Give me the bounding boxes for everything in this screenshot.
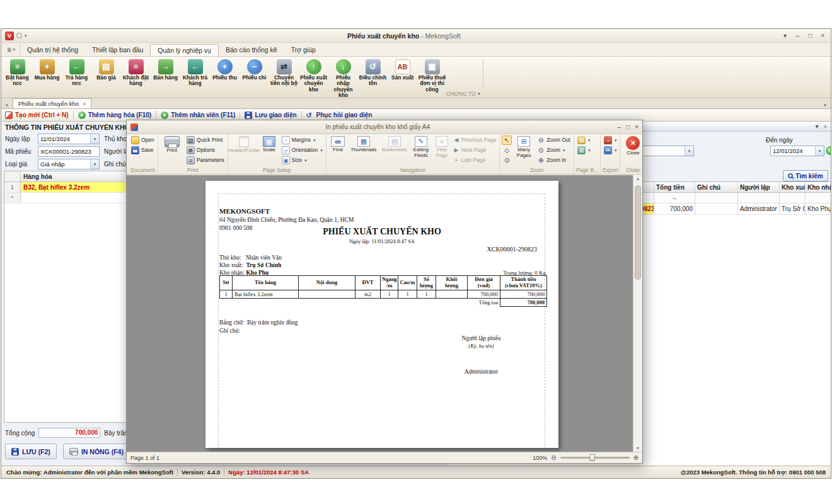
chevron-down-icon[interactable]: [90, 134, 99, 144]
ribbon-mua-hang[interactable]: Mua hàng: [32, 58, 62, 100]
refresh-icon[interactable]: [826, 146, 831, 155]
menu-grid-icon[interactable]: ≣▾: [3, 43, 20, 56]
loai-gia-combo[interactable]: Giá nhập: [38, 159, 100, 169]
ribbon-san-xuat[interactable]: Sản xuất: [388, 58, 417, 100]
ribbon-dieu-chinh-ton[interactable]: Điều chỉnh tồn: [358, 58, 388, 100]
zoom-slider-thumb[interactable]: [589, 454, 595, 461]
chevron-down-icon[interactable]: [815, 146, 824, 156]
tabbar-close-icon[interactable]: ×: [1, 102, 13, 108]
column-ghi-chu[interactable]: Ghi chú: [695, 182, 738, 192]
ribbon-dat-hang-ncc[interactable]: Đặt hàng ncc: [3, 58, 32, 100]
save-layout-button[interactable]: Lưu giao diện: [245, 112, 296, 119]
tab-bao-cao-thong-ke[interactable]: Báo cáo thống kê: [219, 43, 284, 56]
column-kho-xuat[interactable]: Kho xuất: [780, 182, 806, 192]
ribbon-ban-hang[interactable]: Bán hàng: [151, 58, 180, 100]
dialog-minimize-button[interactable]: –: [618, 123, 621, 130]
quick-access-icon[interactable]: [16, 33, 22, 38]
close-button[interactable]: ×: [819, 32, 827, 39]
panel-close-icon[interactable]: ×: [824, 123, 827, 130]
zoom-in-icon[interactable]: ⊕: [633, 454, 638, 461]
scrollbar-thumb[interactable]: [635, 185, 641, 280]
zoom-out-icon[interactable]: ⊖: [551, 454, 556, 461]
ribbon-khach-tra-hang[interactable]: Khách trả hàng: [180, 58, 210, 100]
ribbon-phieu-thu[interactable]: Phiếu thu: [210, 58, 240, 100]
cell-ghi-chu[interactable]: [695, 203, 738, 214]
print-now-button[interactable]: IN NÓNG (F4): [63, 444, 130, 459]
ribbon-chuyen-tien-noi-bo[interactable]: Chuyển tiền nội bộ: [269, 58, 299, 100]
window-customize-icon[interactable]: ▾: [781, 32, 789, 39]
scale-button[interactable]: Scale: [259, 135, 279, 154]
tab-quan-ly-nghiep-vu[interactable]: Quản lý nghiệp vụ: [150, 44, 219, 56]
next-page-button[interactable]: ▶Next Page: [452, 146, 497, 155]
ribbon-khach-dat-hang[interactable]: Khách đặt hàng: [121, 58, 151, 100]
filter-cell[interactable]: –: [654, 193, 695, 203]
add-staff-button[interactable]: Thêm nhân viên (F11): [161, 112, 235, 119]
print-button[interactable]: Print: [160, 135, 184, 154]
editing-fields-button[interactable]: Editing Fields: [410, 135, 432, 159]
zoom-slider[interactable]: [560, 457, 630, 459]
find-button[interactable]: Find: [328, 135, 347, 154]
zoom-out-button[interactable]: ⊖Zoom Out: [536, 135, 572, 145]
size-button[interactable]: Size: [280, 156, 324, 165]
cell-nguoi-lap[interactable]: Administrator: [738, 203, 780, 214]
cell-tong-tien[interactable]: 700,000: [654, 203, 695, 214]
magnifier-tool-button[interactable]: ⊙: [502, 156, 512, 165]
cell-kho-nhan[interactable]: Kho Phụ: [806, 203, 831, 214]
chevron-down-icon[interactable]: [90, 159, 99, 169]
ribbon-tra-hang-ncc[interactable]: Trả hàng ncc: [62, 58, 91, 100]
ribbon-phieu-nhap-chuyen-kho[interactable]: Phiếu nhập chuyển kho: [328, 58, 358, 100]
margins-button[interactable]: Margins: [280, 135, 324, 145]
pointer-tool-button[interactable]: ↖: [502, 135, 512, 145]
export-document-button[interactable]: [603, 135, 618, 145]
previous-page-button[interactable]: ◀Previous Page: [452, 135, 497, 145]
minimize-button[interactable]: –: [794, 32, 802, 39]
tab-quan-tri-he-thong[interactable]: Quản trị hệ thống: [20, 43, 85, 56]
first-page-button[interactable]: First Page: [433, 135, 451, 159]
last-page-button[interactable]: »Last Page: [452, 156, 497, 165]
column-kho-nhan[interactable]: Kho nhận: [806, 182, 831, 192]
chevron-down-icon[interactable]: [685, 146, 693, 156]
ribbon-bao-gia[interactable]: Báo giá: [91, 58, 121, 100]
preview-scrollbar[interactable]: ▲ ▼: [633, 175, 642, 452]
dialog-maximize-button[interactable]: □: [626, 123, 630, 130]
close-preview-button[interactable]: Close: [622, 135, 642, 157]
doc-tab-phieu-xuat-chuyen-kho[interactable]: Phiếu xuất chuyển kho×: [13, 98, 91, 108]
preview-area[interactable]: MEKONGSOFT 64 Nguyễn Đình Chiểu, Phường …: [127, 175, 642, 452]
ribbon-phieu-xuat-chuyen-kho[interactable]: Phiếu xuất chuyển kho: [299, 58, 328, 100]
scroll-down-icon[interactable]: ▼: [633, 446, 642, 450]
dialog-close-button[interactable]: ×: [635, 123, 638, 130]
bookmarks-button[interactable]: Bookmarks: [380, 135, 409, 154]
watermark-button[interactable]: [576, 135, 592, 145]
doc-tab-close-icon[interactable]: ×: [83, 101, 86, 107]
many-pages-button[interactable]: Many Pages: [513, 135, 534, 159]
thumbnails-button[interactable]: Thumbnails: [349, 135, 379, 154]
ribbon-phieu-chi[interactable]: Phiếu chi: [240, 58, 269, 100]
add-item-button[interactable]: Thêm hàng hóa (F10): [78, 112, 152, 119]
options-button[interactable]: Options: [185, 146, 226, 155]
column-tong-tien[interactable]: Tổng tiền: [654, 182, 695, 192]
quick-print-button[interactable]: Quick Print: [185, 135, 226, 145]
new-record-button[interactable]: Tạo mới (Ctrl + N): [5, 112, 69, 119]
zoom-button[interactable]: ⊙Zoom: [536, 146, 572, 155]
send-email-button[interactable]: [603, 146, 618, 155]
zoom-in-button[interactable]: ⊕Zoom In: [536, 156, 572, 165]
auto-hide-pin-icon[interactable]: ▼: [814, 123, 820, 130]
den-ngay-combo[interactable]: 12/01/2024: [770, 146, 824, 156]
save-button[interactable]: LƯU (F2): [5, 444, 57, 459]
cell-kho-xuat[interactable]: Trụ Sở Chính: [780, 203, 806, 214]
save-document-button[interactable]: Save: [130, 146, 154, 155]
parameters-button[interactable]: Parameters: [185, 156, 226, 165]
restore-button[interactable]: □: [806, 32, 814, 39]
page-color-button[interactable]: [576, 146, 592, 155]
restore-layout-button[interactable]: Phục hồi giao diện: [306, 112, 373, 119]
ribbon-group-caret-icon[interactable]: ▾: [478, 91, 480, 96]
scroll-up-icon[interactable]: ▲: [633, 176, 642, 181]
search-button[interactable]: Tìm kiếm: [783, 170, 828, 181]
header-footer-button[interactable]: Header/Footer: [230, 135, 258, 154]
column-nguoi-lap[interactable]: Người lập: [738, 182, 780, 192]
tabbar-close-all-icon[interactable]: ×: [819, 102, 831, 108]
ma-phieu-input[interactable]: XCK00001-290823: [38, 146, 100, 157]
ngay-lap-combo[interactable]: 11/01/2024: [38, 134, 100, 144]
quick-access-caret-icon[interactable]: ▾: [25, 33, 27, 38]
orientation-button[interactable]: Orientation: [280, 146, 324, 155]
